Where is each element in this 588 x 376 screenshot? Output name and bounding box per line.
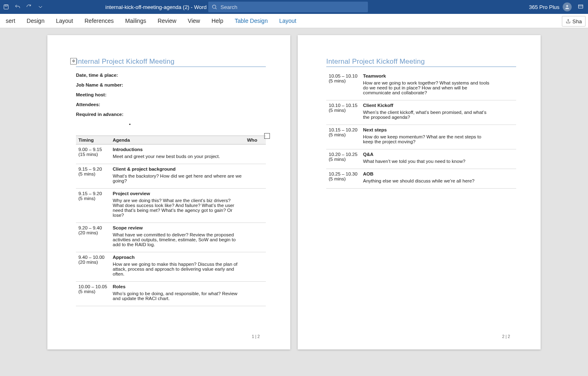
cell-agenda[interactable]: AOBAnything else we should discuss while… — [361, 169, 495, 189]
tab-review[interactable]: Review — [152, 14, 182, 28]
share-icon — [566, 19, 571, 24]
field-job[interactable]: Job Name & number: — [76, 82, 266, 87]
doc-heading[interactable]: Internal Project Kickoff Meeting — [326, 58, 516, 67]
ribbon: sert Design Layout References Mailings R… — [0, 14, 588, 28]
svg-point-2 — [212, 5, 216, 8]
col-timing: Timing — [76, 136, 110, 145]
svg-rect-1 — [5, 5, 7, 6]
cell-timing[interactable]: 9.00 – 9.15(15 mins) — [76, 145, 110, 164]
qat-more-icon[interactable] — [37, 3, 44, 11]
svg-rect-4 — [579, 5, 583, 8]
cell-who[interactable] — [495, 169, 516, 189]
save-icon[interactable] — [2, 3, 10, 11]
table-resize-handle-icon[interactable] — [264, 133, 270, 139]
field-host[interactable]: Meeting host: — [76, 92, 266, 97]
tab-insert[interactable]: sert — [0, 14, 21, 28]
cell-timing[interactable]: 10.20 – 10.25(5 mins) — [326, 149, 361, 169]
cell-timing[interactable]: 9.20 – 9.40(20 mins) — [76, 223, 110, 252]
cell-who[interactable] — [245, 189, 266, 223]
cell-timing[interactable]: 10.10 – 10.15(5 mins) — [326, 100, 361, 125]
agenda-table[interactable]: Timing Agenda Who 9.00 – 9.15(15 mins)In… — [76, 136, 266, 306]
table-row[interactable]: 10.15 – 10.20(5 mins)Next stepsHow do we… — [326, 125, 516, 149]
cell-agenda[interactable]: IntroductionsMeet and greet your new bes… — [110, 145, 245, 164]
tab-table-layout[interactable]: Layout — [274, 14, 302, 28]
cell-timing[interactable]: 9.40 – 10.00(20 mins) — [76, 252, 110, 282]
field-attendees[interactable]: Attendees: — [76, 102, 266, 107]
cell-who[interactable] — [495, 125, 516, 149]
tab-layout[interactable]: Layout — [50, 14, 79, 28]
table-row[interactable]: 9.15 – 9.20(5 mins)Client & project back… — [76, 164, 266, 189]
col-who: Who — [245, 136, 266, 145]
cell-agenda[interactable]: Client KickoffWhen’s the client kickoff,… — [361, 100, 495, 125]
cell-who[interactable] — [495, 149, 516, 169]
cell-timing[interactable]: 10.05 – 10.10(5 mins) — [326, 71, 361, 100]
account-label: 365 Pro Plus — [529, 4, 559, 10]
cell-who[interactable] — [495, 100, 516, 125]
cell-who[interactable] — [245, 252, 266, 282]
ribbon-display-icon[interactable] — [577, 3, 584, 11]
cell-agenda[interactable]: RolesWho’s going to be doing, and respon… — [110, 282, 245, 306]
agenda-table[interactable]: 10.05 – 10.10(5 mins)TeamworkHow are we … — [326, 71, 516, 189]
table-row[interactable]: 10.20 – 10.25(5 mins)Q&AWhat haven’t we … — [326, 149, 516, 169]
tab-references[interactable]: References — [79, 14, 120, 28]
search-placeholder: Search — [220, 4, 237, 10]
col-agenda: Agenda — [110, 136, 245, 145]
document-page-1[interactable]: ✥ Internal Project Kickoff Meeting Date,… — [47, 35, 290, 349]
cell-timing[interactable]: 10.15 – 10.20(5 mins) — [326, 125, 361, 149]
cell-timing[interactable]: 10.00 – 10.05(5 mins) — [76, 282, 110, 306]
tab-help[interactable]: Help — [206, 14, 229, 28]
meta-fields[interactable]: Date, time & place: Job Name & number: M… — [76, 73, 266, 127]
cell-who[interactable] — [495, 71, 516, 100]
cell-who[interactable] — [245, 164, 266, 189]
cell-agenda[interactable]: TeamworkHow are we going to work togethe… — [361, 71, 495, 100]
cell-who[interactable] — [245, 145, 266, 164]
cell-timing[interactable]: 9.15 – 9.20(5 mins) — [76, 189, 110, 223]
search-box[interactable]: Search — [208, 2, 368, 12]
tab-design[interactable]: Design — [21, 14, 50, 28]
ribbon-tabs: sert Design Layout References Mailings R… — [0, 14, 302, 28]
table-row[interactable]: 10.00 – 10.05(5 mins)RolesWho’s going to… — [76, 282, 266, 306]
title-bar: internal-kick-off-meeting-agenda (2) - W… — [0, 0, 588, 14]
field-date[interactable]: Date, time & place: — [76, 73, 266, 78]
table-row[interactable]: 9.15 – 9.20(5 mins)Project overviewWhy a… — [76, 189, 266, 223]
tab-mailings[interactable]: Mailings — [120, 14, 152, 28]
cell-agenda[interactable]: Client & project backgroundWhat’s the ba… — [110, 164, 245, 189]
search-icon — [212, 4, 217, 10]
account-button[interactable]: 365 Pro Plus — [529, 2, 572, 11]
page-number: 1 | 2 — [252, 334, 260, 339]
cell-agenda[interactable]: Q&AWhat haven’t we told you that you nee… — [361, 149, 495, 169]
cell-agenda[interactable]: ApproachHow are we going to make this ha… — [110, 252, 245, 282]
table-move-handle-icon[interactable]: ✥ — [70, 58, 77, 65]
svg-point-3 — [566, 5, 568, 7]
document-page-2[interactable]: Internal Project Kickoff Meeting 10.05 –… — [298, 35, 541, 349]
cell-agenda[interactable]: Project overviewWhy are we doing this? W… — [110, 189, 245, 223]
doc-heading[interactable]: Internal Project Kickoff Meeting — [76, 58, 266, 67]
table-row[interactable]: 10.10 – 10.15(5 mins)Client KickoffWhen’… — [326, 100, 516, 125]
redo-icon[interactable] — [25, 3, 33, 11]
page-number: 2 | 2 — [502, 334, 510, 339]
cell-timing[interactable]: 9.15 – 9.20(5 mins) — [76, 164, 110, 189]
field-required-bullet[interactable]: • — [76, 122, 266, 127]
undo-icon[interactable] — [14, 3, 21, 11]
tab-view[interactable]: View — [182, 14, 206, 28]
cell-who[interactable] — [245, 223, 266, 252]
field-required[interactable]: Required in advance: — [76, 112, 266, 117]
user-avatar-icon — [563, 2, 572, 11]
share-button[interactable]: Sha — [562, 16, 586, 27]
table-row[interactable]: 9.00 – 9.15(15 mins)IntroductionsMeet an… — [76, 145, 266, 164]
cell-who[interactable] — [245, 282, 266, 306]
tab-table-design[interactable]: Table Design — [229, 14, 274, 28]
window-title: internal-kick-off-meeting-agenda (2) - W… — [105, 4, 207, 10]
table-row[interactable]: 10.25 – 10.30(5 mins)AOBAnything else we… — [326, 169, 516, 189]
document-workspace[interactable]: ✥ Internal Project Kickoff Meeting Date,… — [0, 28, 588, 376]
svg-rect-0 — [4, 5, 9, 9]
table-row[interactable]: 9.20 – 9.40(20 mins)Scope reviewWhat hav… — [76, 223, 266, 252]
cell-timing[interactable]: 10.25 – 10.30(5 mins) — [326, 169, 361, 189]
table-row[interactable]: 9.40 – 10.00(20 mins)ApproachHow are we … — [76, 252, 266, 282]
table-row[interactable]: 10.05 – 10.10(5 mins)TeamworkHow are we … — [326, 71, 516, 100]
cell-agenda[interactable]: Next stepsHow do we keep momentum? What … — [361, 125, 495, 149]
cell-agenda[interactable]: Scope reviewWhat have we committed to de… — [110, 223, 245, 252]
